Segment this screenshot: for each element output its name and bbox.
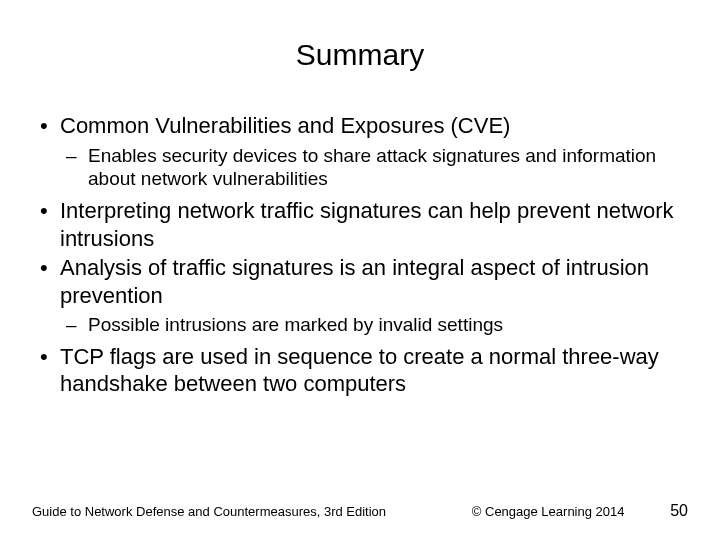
slide-title: Summary [0,0,720,92]
list-item: Possible intrusions are marked by invali… [60,313,688,337]
slide-footer: Guide to Network Defense and Countermeas… [0,502,720,520]
footer-copyright: © Cengage Learning 2014 [472,504,625,519]
page-number: 50 [670,502,688,520]
bullet-list: Common Vulnerabilities and Exposures (CV… [32,112,688,398]
slide-content: Common Vulnerabilities and Exposures (CV… [0,92,720,398]
bullet-text: Possible intrusions are marked by invali… [88,314,503,335]
footer-source: Guide to Network Defense and Countermeas… [32,504,386,519]
list-item: TCP flags are used in sequence to create… [32,343,688,398]
list-item: Common Vulnerabilities and Exposures (CV… [32,112,688,191]
list-item: Enables security devices to share attack… [60,144,688,192]
sub-bullet-list: Possible intrusions are marked by invali… [60,313,688,337]
bullet-text: TCP flags are used in sequence to create… [60,344,659,397]
list-item: Interpreting network traffic signatures … [32,197,688,252]
bullet-text: Common Vulnerabilities and Exposures (CV… [60,113,510,138]
slide: Summary Common Vulnerabilities and Expos… [0,0,720,540]
bullet-text: Interpreting network traffic signatures … [60,198,673,251]
bullet-text: Analysis of traffic signatures is an int… [60,255,649,308]
sub-bullet-list: Enables security devices to share attack… [60,144,688,192]
bullet-text: Enables security devices to share attack… [88,145,656,190]
list-item: Analysis of traffic signatures is an int… [32,254,688,337]
